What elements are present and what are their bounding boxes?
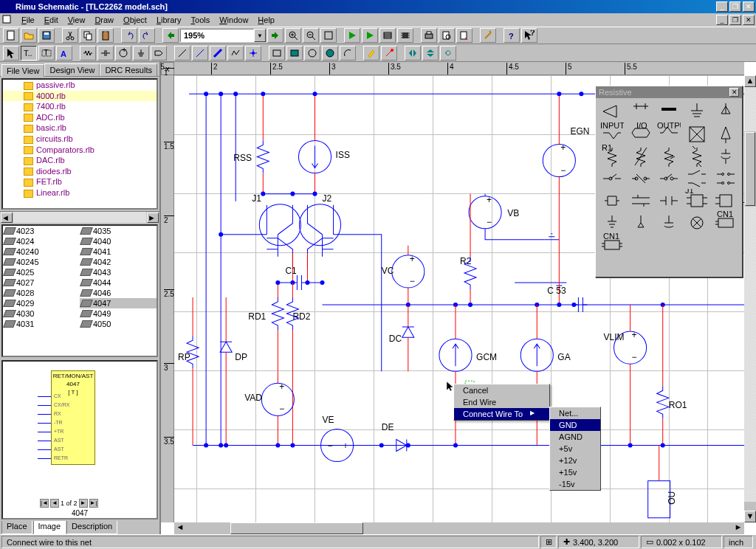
pagesetup-button[interactable] bbox=[456, 28, 472, 43]
scroll-up-icon[interactable]: ▲ bbox=[744, 75, 756, 87]
tree-scroll-h[interactable]: ◄ ► bbox=[0, 211, 159, 223]
print-button[interactable] bbox=[421, 28, 437, 43]
save-button[interactable] bbox=[38, 28, 55, 43]
open-button[interactable] bbox=[21, 28, 37, 43]
scroll-left-icon[interactable]: ◄ bbox=[1, 213, 13, 223]
list-item[interactable]: 4040 bbox=[80, 236, 157, 246]
ctx-sub-item[interactable]: Net... bbox=[550, 407, 600, 419]
palette-symbol[interactable] bbox=[656, 168, 682, 188]
tree-item[interactable]: DAC.rlb bbox=[3, 155, 157, 166]
pager-last-button[interactable]: ►| bbox=[89, 499, 98, 508]
tree-item[interactable]: ADC.rlb bbox=[3, 112, 157, 123]
list-item[interactable]: 40245 bbox=[3, 257, 80, 267]
tree-item[interactable]: 7400.rlb bbox=[3, 101, 157, 112]
tab-place[interactable]: Place bbox=[1, 521, 32, 534]
tab-description[interactable]: Description bbox=[66, 521, 117, 534]
scroll-down-icon[interactable]: ▼ bbox=[744, 511, 756, 522]
palette-symbol[interactable]: J1 bbox=[684, 190, 710, 210]
palette-symbol[interactable] bbox=[627, 212, 653, 232]
fillrect-button[interactable] bbox=[286, 46, 303, 61]
palette-symbol[interactable] bbox=[712, 123, 739, 144]
menu-draw[interactable]: Draw bbox=[90, 14, 118, 26]
label-button[interactable]: A bbox=[56, 46, 72, 61]
palette-symbol[interactable] bbox=[712, 168, 739, 188]
fliph-button[interactable] bbox=[405, 46, 421, 61]
part-list[interactable]: 4023402440240402454025402740284029403040… bbox=[1, 224, 158, 357]
palette-symbol[interactable] bbox=[627, 101, 653, 122]
list-item[interactable]: 4042 bbox=[80, 257, 157, 267]
ctx-sub-item[interactable]: GND bbox=[550, 419, 600, 431]
flipv-button[interactable] bbox=[422, 46, 439, 61]
ctx-sub-item[interactable]: -15v bbox=[550, 478, 600, 490]
probe-button[interactable] bbox=[381, 46, 397, 61]
palette-symbol[interactable] bbox=[599, 168, 625, 188]
tab-design-view[interactable]: Design View bbox=[44, 63, 100, 76]
palette-symbol[interactable] bbox=[712, 190, 739, 210]
tree-item[interactable]: passive.rlb bbox=[3, 80, 157, 91]
list-item[interactable]: 4044 bbox=[80, 277, 157, 288]
context-menu[interactable]: Cancel End Wire Connect Wire To▶ Net...G… bbox=[453, 384, 550, 421]
menu-tools[interactable]: Tools bbox=[187, 14, 215, 26]
list-item[interactable]: 4028 bbox=[3, 288, 80, 298]
palette-symbol[interactable] bbox=[684, 212, 710, 232]
schematic-canvas[interactable]: x 1.522.533.544.555.5 11.522.533.5 ISS R… bbox=[161, 62, 756, 534]
menu-help[interactable]: Help bbox=[253, 14, 279, 26]
mdi-icon[interactable] bbox=[1, 14, 13, 26]
circle-button[interactable] bbox=[304, 46, 320, 61]
list-item[interactable]: 4050 bbox=[80, 319, 157, 329]
zoom-combo[interactable]: ▼ bbox=[180, 29, 266, 42]
line-button[interactable] bbox=[174, 46, 190, 61]
palette-symbol[interactable] bbox=[656, 190, 682, 210]
capacitor-button[interactable] bbox=[97, 46, 114, 61]
palette-resistive[interactable]: Resistive ✕ INPUT1I/OOUTPUT1R1J1CN1CN1 bbox=[595, 86, 743, 277]
tab-image[interactable]: Image bbox=[33, 521, 66, 534]
palette-symbol[interactable] bbox=[627, 234, 653, 255]
menu-object[interactable]: Object bbox=[119, 14, 151, 26]
highlight-button[interactable] bbox=[363, 46, 379, 61]
redo-button[interactable] bbox=[139, 28, 155, 43]
pointer-button[interactable] bbox=[3, 46, 19, 61]
palette-symbol[interactable] bbox=[712, 234, 739, 255]
library-tree[interactable]: passive.rlb4000.rlb7400.rlbADC.rlbbasic.… bbox=[1, 78, 158, 210]
undo-button[interactable] bbox=[121, 28, 137, 43]
menu-view[interactable]: View bbox=[63, 14, 90, 26]
scroll-right-icon[interactable]: ► bbox=[147, 213, 159, 223]
palette-symbol[interactable] bbox=[684, 101, 710, 122]
bom-button[interactable] bbox=[379, 28, 396, 43]
palette-symbol[interactable] bbox=[656, 145, 682, 166]
arc-button[interactable] bbox=[340, 46, 356, 61]
pager-prev-button[interactable]: ◄ bbox=[50, 499, 59, 508]
paste-button[interactable] bbox=[97, 28, 114, 43]
palette-symbol[interactable] bbox=[684, 234, 710, 255]
source-button[interactable]: + bbox=[115, 46, 131, 61]
new-button[interactable] bbox=[3, 28, 19, 43]
junction-button[interactable] bbox=[245, 46, 261, 61]
list-item[interactable]: 4043 bbox=[80, 267, 157, 277]
ctx-sub-item[interactable]: AGND bbox=[550, 431, 600, 443]
palette-symbol[interactable]: INPUT1 bbox=[599, 123, 625, 144]
palette-symbol[interactable] bbox=[712, 101, 739, 122]
pager-next-button[interactable]: ► bbox=[79, 499, 88, 508]
menu-library[interactable]: Library bbox=[152, 14, 186, 26]
palette-symbol[interactable] bbox=[684, 145, 710, 166]
zoom-next-button[interactable] bbox=[267, 28, 284, 43]
list-item[interactable]: 4046 bbox=[80, 288, 157, 298]
scroll-thumb-h[interactable] bbox=[230, 522, 363, 534]
palette-symbol[interactable] bbox=[656, 234, 682, 255]
fillcircle-button[interactable] bbox=[322, 46, 338, 61]
rect-button[interactable] bbox=[269, 46, 285, 61]
list-item[interactable]: 4024 bbox=[3, 236, 80, 246]
list-item[interactable]: 4025 bbox=[3, 267, 80, 277]
list-item[interactable]: 4027 bbox=[3, 277, 80, 288]
mdi-restore-button[interactable]: ❐ bbox=[729, 15, 741, 25]
palette-symbol[interactable] bbox=[599, 190, 625, 210]
close-button[interactable]: ✕ bbox=[743, 1, 755, 12]
zoom-dropdown-icon[interactable]: ▼ bbox=[254, 29, 266, 42]
ground-button[interactable] bbox=[133, 46, 149, 61]
copy-button[interactable] bbox=[80, 28, 96, 43]
wizard-button[interactable] bbox=[480, 28, 496, 43]
scroll-left-icon[interactable]: ◄ bbox=[174, 522, 186, 534]
palette-symbol[interactable] bbox=[627, 190, 653, 210]
list-item[interactable]: 4035 bbox=[80, 226, 157, 236]
cut-button[interactable] bbox=[62, 28, 78, 43]
